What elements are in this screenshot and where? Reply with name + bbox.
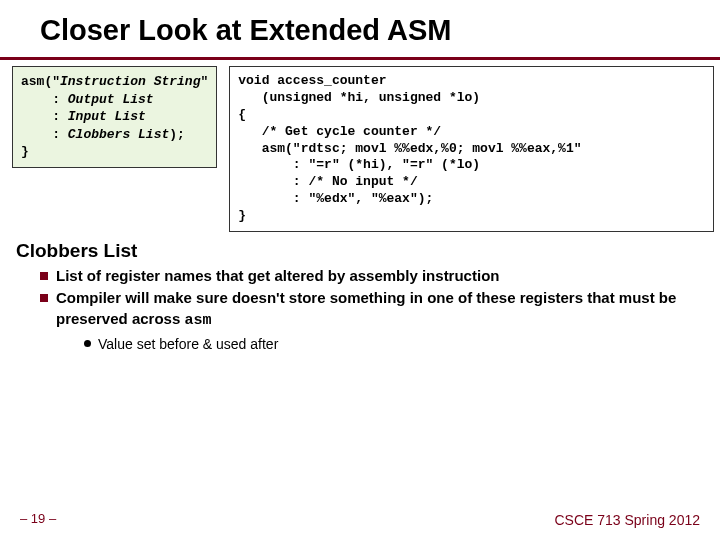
- page-number: – 19 –: [20, 511, 56, 526]
- slide-title: Closer Look at Extended ASM: [0, 0, 720, 60]
- code-line: /* Get cycle counter */: [238, 124, 441, 139]
- code-text: Instruction String: [60, 74, 200, 89]
- section-heading: Clobbers List: [0, 232, 720, 266]
- code-text: ": [200, 74, 208, 89]
- bullet-item: List of register names that get altered …: [40, 266, 704, 286]
- code-line: : "=r" (*hi), "=r" (*lo): [238, 157, 480, 172]
- code-text: :: [21, 127, 68, 142]
- bullet-item: Compiler will make sure doesn't store so…: [40, 288, 704, 353]
- inline-code: asm: [184, 312, 211, 329]
- code-line: (unsigned *hi, unsigned *lo): [238, 90, 480, 105]
- course-label: CSCE 713 Spring 2012: [554, 512, 700, 528]
- bullet-text: List of register names that get altered …: [56, 267, 499, 284]
- bullet-list: List of register names that get altered …: [0, 266, 720, 354]
- code-text: Output List: [68, 92, 154, 107]
- code-line: : /* No input */: [238, 174, 417, 189]
- bullet-text: Compiler will make sure doesn't store so…: [56, 289, 676, 326]
- sub-bullet-item: Value set before & used after: [84, 335, 704, 354]
- code-text: }: [21, 144, 29, 159]
- code-text: :: [21, 109, 68, 124]
- syntax-code-box: asm("Instruction String" : Output List :…: [12, 66, 217, 168]
- sub-bullet-list: Value set before & used after: [56, 335, 704, 354]
- code-text: :: [21, 92, 68, 107]
- code-text: );: [169, 127, 185, 142]
- code-text: asm(": [21, 74, 60, 89]
- code-line: asm("rdtsc; movl %%edx,%0; movl %%eax,%1…: [238, 141, 581, 156]
- code-text: Clobbers List: [68, 127, 169, 142]
- sub-bullet-text: Value set before & used after: [98, 336, 278, 352]
- code-line: void access_counter: [238, 73, 386, 88]
- code-line: }: [238, 208, 246, 223]
- code-line: {: [238, 107, 246, 122]
- code-text: Input List: [68, 109, 146, 124]
- code-line: : "%edx", "%eax");: [238, 191, 433, 206]
- code-row: asm("Instruction String" : Output List :…: [0, 60, 720, 232]
- example-code-box: void access_counter (unsigned *hi, unsig…: [229, 66, 714, 232]
